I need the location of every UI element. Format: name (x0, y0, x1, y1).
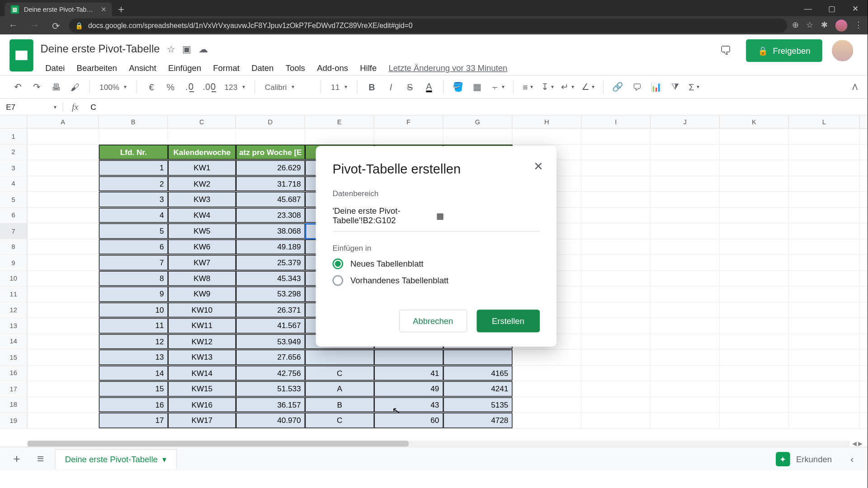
menu-data[interactable]: Daten (247, 61, 278, 75)
move-icon[interactable]: ▣ (182, 43, 191, 55)
cell[interactable] (789, 160, 860, 176)
cell[interactable] (28, 397, 99, 412)
star-icon[interactable]: ☆ (167, 43, 175, 55)
cell[interactable] (651, 366, 720, 381)
h-align-icon[interactable]: ≡ (519, 79, 536, 95)
cell[interactable]: 6 (99, 239, 168, 254)
bold-icon[interactable]: B (363, 79, 380, 95)
cell[interactable] (720, 413, 789, 428)
cell[interactable] (651, 145, 720, 160)
cell[interactable] (305, 129, 374, 144)
column-header[interactable]: F (374, 116, 443, 128)
cell[interactable] (789, 366, 860, 381)
cell[interactable] (720, 302, 789, 318)
cell[interactable]: 60 (374, 413, 443, 428)
column-header[interactable]: J (651, 116, 720, 128)
cell[interactable] (651, 223, 720, 239)
share-button[interactable]: 🔒 Freigeben (746, 39, 822, 62)
column-header[interactable]: B (99, 116, 168, 128)
row-header[interactable]: 5 (0, 192, 28, 207)
cell[interactable] (581, 318, 651, 333)
cell[interactable] (581, 176, 651, 191)
cell[interactable]: Lfd. Nr. (99, 145, 168, 160)
row-header[interactable]: 9 (0, 255, 28, 270)
close-icon[interactable]: ✕ (533, 159, 543, 174)
cell[interactable] (720, 129, 789, 144)
cell[interactable]: 17 (99, 413, 168, 428)
explore-button[interactable]: ✦ Erkunden (769, 452, 839, 466)
cell[interactable]: 11 (99, 318, 168, 333)
redo-icon[interactable]: ↷ (28, 79, 45, 95)
cell[interactable] (720, 255, 789, 270)
cell[interactable]: 42.756 (236, 366, 305, 381)
new-tab-button[interactable]: + (112, 2, 130, 17)
sheet-menu-icon[interactable]: ▾ (162, 455, 166, 464)
cell[interactable] (651, 239, 720, 254)
cell[interactable]: 51.533 (236, 381, 305, 397)
extensions-icon[interactable]: ✱ (821, 19, 828, 31)
cell[interactable] (720, 350, 789, 365)
range-input[interactable]: 'Deine erste Pivot-Tabelle'!B2:G102 ▦ (332, 202, 540, 232)
cell[interactable]: 12 (99, 334, 168, 349)
column-header[interactable]: E (305, 116, 374, 128)
cell[interactable] (651, 192, 720, 207)
menu-edit[interactable]: Bearbeiten (72, 61, 122, 75)
currency-icon[interactable]: € (143, 79, 160, 95)
sheet-tab[interactable]: Deine erste Pivot-Tabelle ▾ (55, 449, 177, 469)
back-icon[interactable]: ← (5, 20, 22, 31)
row-header[interactable]: 19 (0, 413, 28, 428)
cell[interactable] (28, 192, 99, 207)
cell[interactable]: KW2 (168, 176, 236, 191)
cell[interactable] (28, 350, 99, 365)
document-title[interactable]: Deine erste Pivot-Tabelle (41, 42, 160, 55)
cell[interactable] (99, 129, 168, 144)
cell[interactable] (581, 223, 651, 239)
cell[interactable]: KW1 (168, 160, 236, 176)
cell[interactable] (581, 255, 651, 270)
cell[interactable]: 3 (99, 192, 168, 207)
cell[interactable] (581, 413, 651, 428)
cell[interactable] (28, 160, 99, 176)
column-header[interactable]: A (28, 116, 99, 128)
cell[interactable] (443, 350, 513, 365)
row-header[interactable]: 8 (0, 239, 28, 254)
cell[interactable]: A (305, 381, 374, 397)
cell[interactable]: 16 (99, 397, 168, 412)
zoom-icon[interactable]: ⊕ (792, 19, 799, 31)
merge-icon[interactable]: ⫟ (488, 79, 507, 95)
cell[interactable] (789, 255, 860, 270)
strike-icon[interactable]: S (401, 79, 418, 95)
cell[interactable] (443, 129, 513, 144)
cell[interactable]: KW10 (168, 302, 236, 318)
cell[interactable]: KW9 (168, 286, 236, 302)
cell[interactable] (789, 397, 860, 412)
wrap-icon[interactable]: ↵ (559, 79, 577, 95)
cell[interactable] (28, 286, 99, 302)
cell[interactable]: C (305, 413, 374, 428)
cell[interactable] (720, 145, 789, 160)
last-edit-link[interactable]: Letzte Änderung vor 33 Minuten (384, 61, 512, 75)
cell[interactable]: KW7 (168, 255, 236, 270)
cell[interactable]: KW6 (168, 239, 236, 254)
cell[interactable] (651, 176, 720, 191)
cell[interactable] (28, 176, 99, 191)
cell[interactable] (720, 318, 789, 333)
row-header[interactable]: 7 (0, 223, 28, 239)
print-icon[interactable]: 🖶 (47, 79, 64, 95)
cell[interactable] (789, 350, 860, 365)
row-header[interactable]: 12 (0, 302, 28, 318)
cell[interactable] (789, 192, 860, 207)
row-header[interactable]: 6 (0, 207, 28, 223)
row-header[interactable]: 1 (0, 129, 28, 144)
profile-avatar-icon[interactable] (835, 19, 847, 31)
row-header[interactable]: 13 (0, 318, 28, 333)
row-header[interactable]: 16 (0, 366, 28, 381)
cell[interactable] (28, 381, 99, 397)
cell[interactable] (28, 145, 99, 160)
cell[interactable] (789, 302, 860, 318)
menu-view[interactable]: Ansicht (124, 61, 161, 75)
cell[interactable] (651, 207, 720, 223)
cell[interactable]: 43 (374, 397, 443, 412)
cell[interactable] (789, 334, 860, 349)
zoom-select[interactable]: 100% (96, 83, 131, 92)
